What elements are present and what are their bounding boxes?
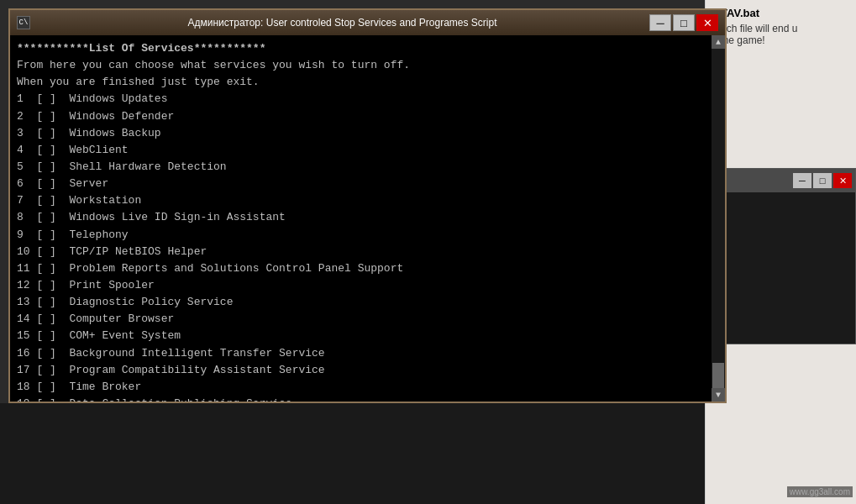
description-line2: v the game! <box>712 34 849 46</box>
bottom-dark-area <box>0 403 705 504</box>
maximize-button[interactable]: □ <box>673 14 695 31</box>
cmd-body: ***********List Of Services*********** F… <box>10 35 725 402</box>
secondary-close-button[interactable]: ✕ <box>833 173 852 188</box>
cmd-titlebar: C\ Администратор: User controled Stop Se… <box>10 10 725 35</box>
cmd-content: ***********List Of Services*********** F… <box>17 40 718 402</box>
watermark: www.gg3all.com <box>787 486 853 497</box>
scroll-up-arrow[interactable]: ▲ <box>712 35 725 49</box>
scrollbar-thumb[interactable] <box>712 363 724 388</box>
cmd-window: C\ Администратор: User controled Stop Se… <box>8 8 727 403</box>
minimize-button[interactable]: ─ <box>649 14 671 31</box>
secondary-window: ─ □ ✕ <box>705 168 856 344</box>
scrollbar-track[interactable] <box>712 49 725 388</box>
right-panel: GTAV.bat batch file will end u v the gam… <box>705 0 856 504</box>
right-panel-text: GTAV.bat batch file will end u v the gam… <box>706 0 856 53</box>
description-line1: batch file will end u <box>712 23 849 34</box>
cmd-icon: C\ <box>17 16 30 29</box>
close-button[interactable]: ✕ <box>696 14 718 31</box>
scrollbar[interactable]: ▲ ▼ <box>712 35 725 402</box>
cmd-window-title: Администратор: User controled Stop Servi… <box>35 17 649 29</box>
secondary-min-button[interactable]: ─ <box>793 173 811 188</box>
scroll-down-arrow[interactable]: ▼ <box>712 388 725 402</box>
titlebar-buttons: ─ □ ✕ <box>649 14 718 31</box>
secondary-max-button[interactable]: □ <box>813 173 832 188</box>
secondary-titlebar: ─ □ ✕ <box>706 169 855 192</box>
filename-label: GTAV.bat <box>712 7 849 19</box>
